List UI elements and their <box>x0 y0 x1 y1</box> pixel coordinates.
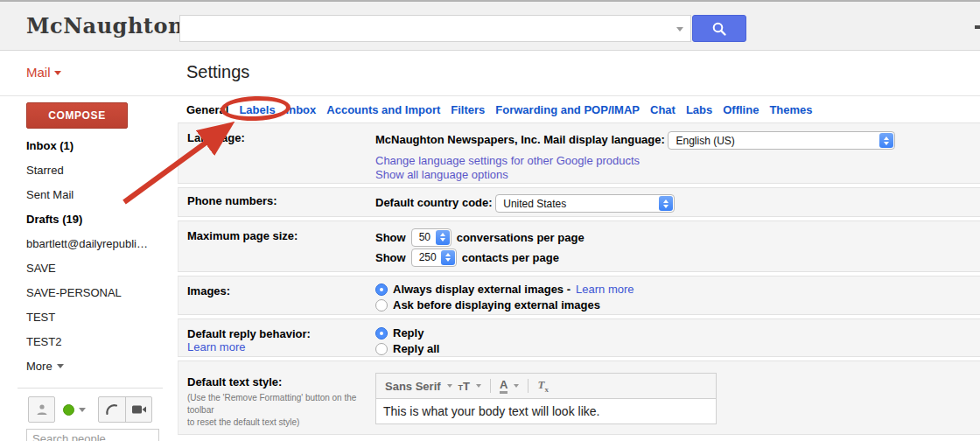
search-input[interactable] <box>179 15 691 42</box>
country-code-select[interactable]: United States <box>495 194 675 213</box>
images-row-label: Images: <box>187 284 230 298</box>
sidebar-item-label-bbartlett[interactable]: bbartlett@dailyrepubli… <box>26 232 175 256</box>
settings-rows: Language: McNaughton Newspapers, Inc. Ma… <box>178 122 980 435</box>
row-default-reply-behavior: Default reply behavior: Learn more Reply… <box>178 318 980 357</box>
reply-all-label: Reply all <box>393 342 439 355</box>
conversations-per-page-label: conversations per page <box>457 231 584 244</box>
sidebar-item-label-save[interactable]: SAVE <box>26 256 175 281</box>
chevron-down-icon <box>54 71 61 75</box>
phone-icon <box>104 402 120 417</box>
row-images: Images: Always display external images -… <box>178 276 980 315</box>
show-language-options-link[interactable]: Show all language options <box>375 168 508 181</box>
font-size-icon[interactable]: TT <box>458 380 470 393</box>
select-stepper-icon <box>436 230 450 245</box>
radio-always-display-images[interactable] <box>375 284 388 296</box>
chevron-down-icon[interactable] <box>476 384 481 388</box>
status-available-icon <box>63 404 74 416</box>
country-code-label: Default country code: <box>375 196 493 209</box>
video-call-button[interactable] <box>125 397 151 422</box>
text-color-icon[interactable]: A <box>500 379 508 394</box>
tab-chat[interactable]: Chat <box>650 103 676 116</box>
settings-main: General Labels Inbox Accounts and Import… <box>178 96 980 441</box>
tab-labels[interactable]: Labels <box>239 103 275 116</box>
radio-reply[interactable] <box>375 327 388 340</box>
sidebar-item-drafts[interactable]: Drafts (19) <box>26 207 175 232</box>
text-style-note: (Use the 'Remove Formatting' button on t… <box>187 392 375 429</box>
sidebar-item-label-save-personal[interactable]: SAVE-PERSONAL <box>26 281 175 305</box>
tab-labs[interactable]: Labs <box>686 103 712 116</box>
person-icon <box>35 402 49 416</box>
search-options-caret-icon[interactable] <box>676 27 683 32</box>
select-stepper-icon <box>659 196 673 211</box>
sidebar-item-inbox[interactable]: Inbox (1) <box>26 134 175 158</box>
contacts-per-page-select[interactable]: 250 <box>411 248 457 267</box>
sidebar-item-label-test2[interactable]: TEST2 <box>26 330 175 354</box>
radio-reply-all[interactable] <box>375 343 388 355</box>
font-family-button[interactable]: Sans Serif <box>385 380 441 393</box>
page-size-row-label: Maximum page size: <box>187 229 298 242</box>
mail-menu-button[interactable]: Mail <box>26 65 61 80</box>
show-label: Show <box>375 231 406 244</box>
folder-list: Inbox (1) Starred Sent Mail Drafts (19) … <box>26 134 175 379</box>
page-title: Settings <box>186 62 249 82</box>
remove-formatting-icon[interactable]: Tx <box>537 378 548 394</box>
phone-call-button[interactable] <box>99 397 125 422</box>
reply-learn-more-link[interactable]: Learn more <box>187 340 245 354</box>
chevron-down-icon[interactable] <box>447 384 452 388</box>
radio-ask-before-displaying[interactable] <box>375 299 388 312</box>
cutoff-icon <box>975 25 980 29</box>
toolbar-divider <box>490 379 491 393</box>
sidebar-item-label-test[interactable]: TEST <box>26 305 175 330</box>
row-language: Language: McNaughton Newspapers, Inc. Ma… <box>178 122 980 184</box>
search-icon <box>711 21 727 37</box>
sidebar-divider <box>18 388 163 388</box>
language-row-label: Language: <box>187 131 245 144</box>
reply-row-label: Default reply behavior: <box>187 327 311 340</box>
tab-themes[interactable]: Themes <box>769 103 812 116</box>
row-phone-numbers: Phone numbers: Default country code: Uni… <box>178 187 980 217</box>
chevron-down-icon[interactable] <box>514 384 519 388</box>
conversations-per-page-select[interactable]: 50 <box>411 228 452 247</box>
contacts-per-page-label: contacts per page <box>462 251 559 264</box>
search-people-input[interactable] <box>26 429 159 441</box>
chat-status-selector[interactable] <box>63 404 86 416</box>
search-box <box>179 15 691 42</box>
sidebar-item-more[interactable]: More <box>26 354 175 379</box>
annotated-tab-wrap: Labels <box>239 103 275 116</box>
tab-general[interactable]: General <box>186 103 228 116</box>
toolbar-divider <box>528 379 528 393</box>
select-stepper-icon <box>441 250 455 265</box>
settings-tabs: General Labels Inbox Accounts and Import… <box>178 96 980 122</box>
text-style-row-label: Default text style: <box>187 375 282 388</box>
video-camera-icon <box>131 403 147 416</box>
tab-inbox[interactable]: Inbox <box>286 103 317 116</box>
phone-row-label: Phone numbers: <box>187 194 277 207</box>
row-default-text-style: Default text style: (Use the 'Remove For… <box>178 360 980 435</box>
sidebar: COMPOSE Inbox (1) Starred Sent Mail Draf… <box>0 96 178 441</box>
show-label: Show <box>375 251 406 264</box>
always-display-images-label: Always display external images - <box>393 283 570 296</box>
sidebar-item-sent-mail[interactable]: Sent Mail <box>26 183 175 207</box>
ask-before-displaying-label: Ask before displaying external images <box>393 298 600 312</box>
text-style-toolbar: Sans Serif TT A Tx <box>375 373 717 399</box>
text-style-preview: This is what your body text will look li… <box>375 399 717 424</box>
top-header: McNaughton <box>0 0 980 51</box>
reply-label: Reply <box>393 326 424 340</box>
avatar-button[interactable] <box>28 396 55 423</box>
display-language-label: McNaughton Newspapers, Inc. Mail display… <box>375 133 665 146</box>
app-bar: Mail Settings <box>0 51 980 96</box>
tab-forwarding-pop-imap[interactable]: Forwarding and POP/IMAP <box>495 103 640 116</box>
gmail-settings-page: McNaughton Mail Settings COMPOSE Inbox (… <box>0 0 980 441</box>
call-button-group <box>98 396 152 423</box>
compose-button[interactable]: COMPOSE <box>26 102 128 129</box>
change-language-link[interactable]: Change language settings for other Googl… <box>375 154 640 167</box>
search-button[interactable] <box>692 15 746 42</box>
tab-filters[interactable]: Filters <box>451 103 485 116</box>
images-learn-more-link[interactable]: Learn more <box>576 283 634 296</box>
sidebar-item-starred[interactable]: Starred <box>26 158 175 183</box>
company-logo: McNaughton <box>26 13 184 38</box>
tab-accounts-and-import[interactable]: Accounts and Import <box>326 103 440 116</box>
chevron-down-icon <box>57 364 64 368</box>
display-language-select[interactable]: English (US) <box>668 131 895 150</box>
tab-offline[interactable]: Offline <box>723 103 759 116</box>
